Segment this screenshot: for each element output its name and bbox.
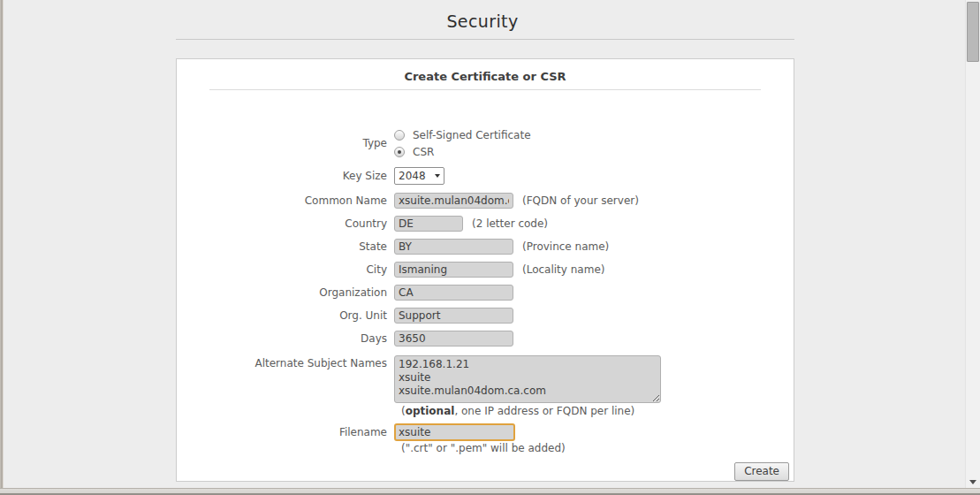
type-row: Type Self-Signed Certificate CSR xyxy=(177,126,531,160)
common-name-hint: (FQDN of your server) xyxy=(522,194,639,207)
key-size-label: Key Size xyxy=(177,170,394,182)
scrollbar-down-icon xyxy=(969,480,976,484)
state-row: State (Province name) xyxy=(177,239,609,255)
filename-label: Filename xyxy=(177,426,394,438)
country-input[interactable] xyxy=(394,216,463,232)
city-label: City xyxy=(177,263,394,276)
scrollbar-thumb[interactable] xyxy=(967,2,979,62)
organization-input[interactable] xyxy=(394,285,513,301)
key-size-row: Key Size 2048 xyxy=(177,167,444,185)
create-button[interactable]: Create xyxy=(734,462,789,481)
page-title: Security xyxy=(0,11,965,31)
country-label: Country xyxy=(177,217,394,230)
chevron-down-icon xyxy=(435,174,440,178)
days-row: Days xyxy=(177,331,513,346)
org-unit-label: Org. Unit xyxy=(177,309,394,322)
window-left-edge xyxy=(0,0,4,495)
title-divider xyxy=(176,39,794,40)
filename-row: Filename xyxy=(177,423,515,441)
common-name-row: Common Name (FQDN of your server) xyxy=(177,193,639,209)
type-label: Type xyxy=(177,126,394,160)
csr-radio-option[interactable]: CSR xyxy=(394,143,531,160)
panel-title: Create Certificate or CSR xyxy=(177,70,794,83)
org-unit-input[interactable] xyxy=(394,308,513,324)
state-input[interactable] xyxy=(394,239,513,255)
organization-row: Organization xyxy=(177,285,513,301)
organization-label: Organization xyxy=(177,286,394,299)
csr-radio-label[interactable]: CSR xyxy=(413,146,434,158)
hint-bold-optional: optional xyxy=(406,405,455,417)
radio-selected-icon[interactable] xyxy=(394,147,405,157)
self-signed-radio-label[interactable]: Self-Signed Certificate xyxy=(413,129,531,141)
alternate-subject-names-hint: (optional, one IP address or FQDN per li… xyxy=(401,405,634,417)
alternate-subject-names-row: Alternate Subject Names 192.168.1.21 xsu… xyxy=(177,355,661,403)
country-hint: (2 letter code) xyxy=(472,217,548,230)
filename-hint: (".crt" or ".pem" will be added) xyxy=(401,442,566,454)
create-certificate-panel: Create Certificate or CSR Type Self-Sign… xyxy=(176,58,794,482)
state-label: State xyxy=(177,240,394,253)
hint-suffix: , one IP address or FQDN per line) xyxy=(454,405,634,417)
city-hint: (Locality name) xyxy=(522,263,604,276)
days-label: Days xyxy=(177,332,394,345)
city-input[interactable] xyxy=(394,262,513,278)
filename-input[interactable] xyxy=(394,423,515,441)
days-input[interactable] xyxy=(394,331,513,346)
country-row: Country (2 letter code) xyxy=(177,216,548,232)
state-hint: (Province name) xyxy=(522,240,609,253)
key-size-selected-value: 2048 xyxy=(399,170,433,182)
alternate-subject-names-label: Alternate Subject Names xyxy=(177,355,394,370)
self-signed-radio-option[interactable]: Self-Signed Certificate xyxy=(394,126,531,143)
window-bottom-edge xyxy=(0,488,980,495)
city-row: City (Locality name) xyxy=(177,262,604,278)
radio-unselected-icon[interactable] xyxy=(394,130,405,141)
alternate-subject-names-textarea[interactable]: 192.168.1.21 xsuite xsuite.mulan04dom.ca… xyxy=(394,355,661,403)
common-name-input[interactable] xyxy=(394,193,513,209)
common-name-label: Common Name xyxy=(177,194,394,207)
org-unit-row: Org. Unit xyxy=(177,308,513,324)
scrollbar-down-button[interactable] xyxy=(966,476,980,487)
panel-divider xyxy=(209,89,761,90)
key-size-select[interactable]: 2048 xyxy=(394,167,444,185)
vertical-scrollbar[interactable] xyxy=(965,0,980,489)
